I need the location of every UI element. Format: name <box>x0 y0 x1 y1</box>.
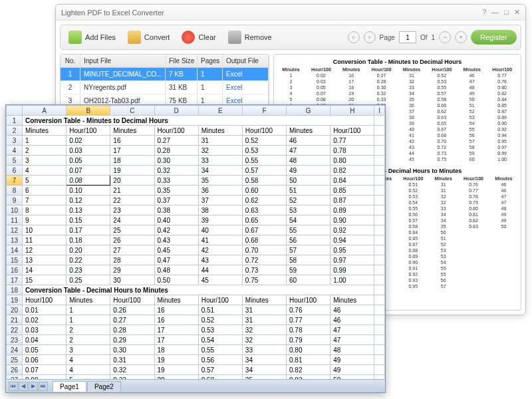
file-row[interactable]: 1MINUTE_DECIMAL_CO...7 KB1Excel <box>61 68 269 81</box>
toolbar: Add Files Convert Clear Remove ‹ › Page … <box>60 25 521 50</box>
file-list-header: No. Input File File Size Pages Output Fi… <box>61 55 269 68</box>
file-row[interactable]: 2NYregents.pdf31 KB1Excel <box>61 81 269 94</box>
add-icon <box>68 31 82 44</box>
clear-icon <box>182 31 195 44</box>
minimize-icon[interactable]: — <box>491 8 499 17</box>
page-next-button[interactable]: › <box>364 31 376 43</box>
remove-icon <box>228 31 241 44</box>
zoom-out-button[interactable]: − <box>439 31 451 43</box>
app-title: Lighten PDF to Excel Converter <box>61 9 164 17</box>
page-input[interactable] <box>399 31 416 43</box>
clear-button[interactable]: Clear <box>178 29 219 46</box>
help-icon[interactable]: ? <box>482 8 486 17</box>
zoom-in-button[interactable]: + <box>455 31 467 43</box>
close-icon[interactable]: ✕ <box>514 8 520 17</box>
sheet-first-icon[interactable]: ⏮ <box>9 382 18 391</box>
sheet-last-icon[interactable]: ⏭ <box>39 382 48 391</box>
page-prev-button[interactable]: ‹ <box>348 31 360 43</box>
preview-title-1: Conversion Table - Minutes to Decimal Ho… <box>277 57 518 66</box>
page-label: Page <box>380 34 395 41</box>
spreadsheet-grid[interactable]: ABCDEFGHI1Conversion Table - Minutes to … <box>6 105 385 379</box>
maximize-icon[interactable]: □ <box>504 8 509 17</box>
remove-button[interactable]: Remove <box>224 29 276 46</box>
page-total: 1 <box>431 34 435 41</box>
convert-button[interactable]: Convert <box>124 29 174 46</box>
sheet-next-icon[interactable]: ▶ <box>29 382 38 391</box>
of-label: Of <box>420 34 428 41</box>
register-button[interactable]: Register <box>471 30 517 45</box>
sheet-prev-icon[interactable]: ◀ <box>19 382 28 391</box>
tab-page1[interactable]: Page1 <box>53 381 86 392</box>
convert-icon <box>128 31 141 44</box>
sheet-tabs: ⏮ ◀ ▶ ⏭ Page1 Page2 <box>6 379 385 392</box>
tab-page2[interactable]: Page2 <box>87 381 121 392</box>
excel-window: ABCDEFGHI1Conversion Table - Minutes to … <box>5 104 386 393</box>
add-files-button[interactable]: Add Files <box>65 29 120 46</box>
titlebar: Lighten PDF to Excel Converter ? — □ ✕ <box>56 5 525 21</box>
